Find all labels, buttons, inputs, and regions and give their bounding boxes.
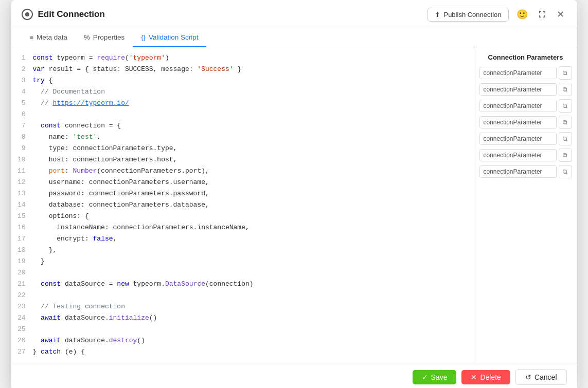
copy-button-4[interactable]: ⧉ — [559, 116, 572, 129]
tabs-bar: ≡ Meta data % Properties {} Validation S… — [11, 28, 577, 47]
code-line-26: 26 await dataSource.destroy() — [11, 335, 474, 346]
delete-label: Delete — [480, 373, 501, 381]
param-input-5[interactable] — [479, 133, 557, 145]
close-icon: ✕ — [557, 9, 564, 20]
param-input-7[interactable] — [479, 165, 557, 178]
code-line-16: 16 instanceName: connectionParameters.in… — [11, 222, 474, 233]
param-row-7: ⧉ — [479, 165, 572, 178]
modal: Edit Connection ⬆ Publish Connection 🙂 ✕… — [11, 0, 577, 388]
code-line-2: 2 var result = { status: SUCCESS, messag… — [11, 64, 474, 75]
tab-metadata-label: Meta data — [37, 33, 67, 41]
param-input-1[interactable] — [479, 67, 557, 79]
copy-button-2[interactable]: ⧉ — [559, 83, 572, 96]
delete-button[interactable]: ✕ Delete — [461, 370, 510, 384]
param-input-3[interactable] — [479, 100, 557, 112]
code-line-24: 24 await dataSource.initialize() — [11, 312, 474, 324]
code-line-17: 17 encrypt: false, — [11, 233, 474, 245]
check-icon: ✓ — [422, 373, 428, 381]
tab-metadata[interactable]: ≡ Meta data — [22, 28, 76, 47]
param-input-2[interactable] — [479, 83, 557, 96]
code-line-6: 6 — [11, 109, 474, 120]
header-actions: ⬆ Publish Connection 🙂 ✕ — [427, 7, 566, 22]
tab-properties-label: Properties — [93, 33, 125, 41]
code-line-15: 15 options: { — [11, 211, 474, 222]
code-line-27: 27 } catch (e) { — [11, 346, 474, 358]
copy-button-3[interactable]: ⧉ — [559, 99, 572, 113]
modal-title-area: Edit Connection — [22, 9, 105, 20]
param-row-1: ⧉ — [479, 66, 572, 80]
code-line-14: 14 database: connectionParameters.databa… — [11, 199, 474, 211]
code-line-4: 4 // Documentation — [11, 86, 474, 98]
cancel-button[interactable]: ↺ Cancel — [515, 369, 567, 385]
code-line-1: 1 const typeorm = require('typeorm') — [11, 52, 474, 64]
modal-footer: ✓ Save ✕ Delete ↺ Cancel — [11, 363, 577, 388]
code-line-19: 19 } — [11, 256, 474, 267]
save-button[interactable]: ✓ Save — [413, 370, 457, 384]
code-line-11: 11 port: Number(connectionParameters.por… — [11, 165, 474, 177]
publish-button[interactable]: ⬆ Publish Connection — [427, 8, 508, 22]
expand-button[interactable] — [536, 9, 549, 20]
emoji-button[interactable]: 🙂 — [514, 7, 530, 22]
param-input-4[interactable] — [479, 116, 557, 128]
modal-header: Edit Connection ⬆ Publish Connection 🙂 ✕ — [11, 0, 577, 28]
save-label: Save — [431, 373, 448, 381]
param-row-2: ⧉ — [479, 83, 572, 96]
tab-properties[interactable]: % Properties — [76, 28, 133, 47]
properties-icon: % — [84, 33, 90, 41]
upload-icon: ⬆ — [435, 11, 440, 19]
expand-icon — [538, 10, 546, 19]
param-row-6: ⧉ — [479, 149, 572, 162]
sidebar-title: Connection Parameters — [479, 53, 572, 61]
code-line-12: 12 username: connectionParameters.userna… — [11, 177, 474, 188]
copy-button-5[interactable]: ⧉ — [559, 132, 572, 145]
code-line-13: 13 password: connectionParameters.passwo… — [11, 188, 474, 199]
validation-icon: {} — [141, 33, 146, 41]
code-line-21: 21 const dataSource = new typeorm.DataSo… — [11, 279, 474, 290]
code-line-8: 8 name: 'test', — [11, 132, 474, 143]
code-line-3: 3 try { — [11, 75, 474, 86]
param-row-3: ⧉ — [479, 99, 572, 113]
code-line-22: 22 — [11, 290, 474, 301]
tab-validation[interactable]: {} Validation Script — [133, 28, 206, 47]
code-editor[interactable]: 1 const typeorm = require('typeorm') 2 v… — [11, 47, 474, 363]
publish-button-label: Publish Connection — [443, 11, 501, 19]
copy-button-1[interactable]: ⧉ — [559, 66, 572, 80]
code-line-20: 20 — [11, 267, 474, 279]
delete-icon: ✕ — [471, 373, 477, 381]
record-icon — [22, 9, 33, 20]
copy-button-7[interactable]: ⧉ — [559, 165, 572, 178]
sidebar-panel: Connection Parameters ⧉ ⧉ ⧉ ⧉ ⧉ — [474, 47, 577, 363]
code-line-7: 7 const connection = { — [11, 120, 474, 132]
code-line-25: 25 — [11, 324, 474, 335]
tab-validation-label: Validation Script — [149, 33, 199, 41]
param-row-4: ⧉ — [479, 116, 572, 129]
param-input-6[interactable] — [479, 149, 557, 161]
close-button[interactable]: ✕ — [554, 7, 567, 22]
param-row-5: ⧉ — [479, 132, 572, 145]
metadata-icon: ≡ — [30, 33, 34, 41]
code-line-5: 5 // https://typeorm.io/ — [11, 98, 474, 109]
code-line-10: 10 host: connectionParameters.host, — [11, 154, 474, 165]
cancel-label: Cancel — [534, 373, 557, 381]
code-line-23: 23 // Testing connection — [11, 301, 474, 312]
code-line-18: 18 }, — [11, 245, 474, 256]
modal-title: Edit Connection — [38, 9, 105, 20]
cancel-icon: ↺ — [525, 373, 531, 381]
copy-button-6[interactable]: ⧉ — [559, 149, 572, 162]
code-line-9: 9 type: connectionParameters.type, — [11, 143, 474, 154]
content-area: 1 const typeorm = require('typeorm') 2 v… — [11, 47, 577, 363]
record-dot — [25, 12, 29, 16]
